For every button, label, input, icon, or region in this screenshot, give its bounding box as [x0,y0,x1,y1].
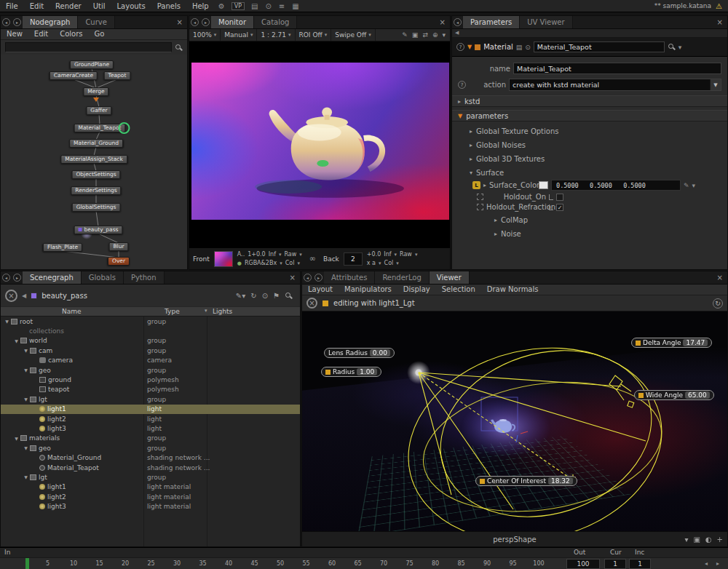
group-noise[interactable]: ▸ Noise [452,227,727,241]
front-catalog[interactable]: A.. [237,251,245,258]
menubar-item-util[interactable]: Util [87,1,111,11]
edit-icon[interactable]: ✎▾ [236,292,245,300]
help-icon[interactable]: ? [456,43,464,51]
action-select[interactable]: create with kstd material ▼ [509,79,721,91]
node-groundplane[interactable]: GroundPlane [70,60,114,69]
scenegraph-row-light2[interactable]: light2light [1,414,300,423]
menubar-item-panels[interactable]: Panels [151,1,186,11]
gear-icon[interactable]: ⚙ [215,2,229,10]
tab-nodegraph[interactable]: Nodegraph [23,16,78,28]
working-set-icon[interactable]: × [306,298,317,309]
refresh-icon[interactable]: ↻ [250,292,256,300]
default-state-icon[interactable] [477,204,483,210]
menubar-item-render[interactable]: Render [50,1,87,11]
shading-icon[interactable]: ◐ [705,536,712,544]
tab-python[interactable]: Python [124,271,165,284]
current-frame-field[interactable]: 1 [604,559,626,569]
default-state-icon[interactable] [477,194,483,200]
pane-menu-icon[interactable]: ▸ [13,18,21,26]
front-gamma[interactable]: Inf [269,251,276,258]
pane-split-icon[interactable]: ◂ [2,274,10,282]
group-global-noises[interactable]: ▸ Global Noises [452,138,727,152]
pin-icon[interactable]: ⊙ [525,44,531,51]
node-cameracreate[interactable]: CameraCreate [50,71,98,80]
column-lights[interactable]: Lights [213,308,232,315]
group-surface[interactable]: ▾ Surface [452,166,727,180]
front-channels[interactable]: RGBA&2Bx [245,260,277,266]
back-gamma[interactable]: Inf [384,251,391,258]
expander-icon[interactable]: ▼ [13,436,20,441]
node-teapot[interactable]: Teapot [104,71,131,80]
options-icon[interactable]: ▾ [442,31,446,39]
search-icon[interactable] [285,292,293,300]
expander-icon[interactable]: ▼ [4,319,10,324]
holdout-refractions-checkbox[interactable]: ✓ [556,204,563,211]
delta-angle-manipulator[interactable]: Delta Angle 17.47 [631,338,712,348]
monitor-viewport[interactable] [189,41,450,247]
back-display-mode[interactable]: Col [384,260,394,266]
scenegraph-row-lgt[interactable]: ▼lgtgroup [1,394,300,404]
zoom-select[interactable]: 100%▾ [189,29,221,41]
tab-curve[interactable]: Curve [78,16,115,28]
front-display-mode[interactable]: Col [285,260,295,266]
frame-ruler[interactable]: 100 1 1 ◂ ▸ 5101520253035404550556065707… [0,557,728,569]
expander-icon[interactable]: ▼ [23,348,29,353]
vp-toggle[interactable]: VP [232,2,245,10]
node-merge[interactable]: Merge [83,87,108,96]
name-input[interactable] [513,63,721,74]
layer-icon[interactable]: ▣ [693,536,700,544]
back-exposure[interactable]: +0.0 [367,251,381,258]
close-icon[interactable]: × [285,271,300,284]
close-icon[interactable]: × [173,16,187,28]
tab-catalog[interactable]: Catalog [254,16,297,28]
warning-icon[interactable]: ⚠ [711,2,728,10]
scenegraph-row-light1[interactable]: light1light material [1,482,300,492]
viewer-menu-display[interactable]: Display [397,284,436,295]
camera-name-label[interactable]: perspShape [493,536,536,544]
node-rendersettings[interactable]: RenderSettings [71,186,121,195]
node-blur[interactable]: Blur [108,242,128,251]
back-view-transform[interactable]: Raw [400,251,412,258]
power-icon[interactable]: ⊙ [261,2,274,10]
ratio-select[interactable]: 1 : 2.71▾ [257,29,295,41]
pane-split-icon[interactable]: ◂ [191,18,199,26]
section-parameters[interactable]: ▼ parameters [452,110,727,122]
out-frame-field[interactable]: 100 [566,559,600,569]
close-icon[interactable]: × [713,271,727,284]
expander-icon[interactable]: ▼ [23,474,29,480]
viewer-menu-draw-normals[interactable]: Draw Normals [481,284,545,295]
tab-scenegraph[interactable]: Scenegraph [23,271,82,284]
scenegraph-row-light3[interactable]: light3light [1,423,300,433]
swipe-select[interactable]: Swipe Off▾ [331,29,376,41]
tab-parameters[interactable]: Parameters [463,16,520,28]
compare-icon[interactable]: ▣ [412,31,419,39]
expander-icon[interactable]: ▼ [23,397,29,402]
node-objectsettings[interactable]: ObjectSettings [71,170,120,179]
section-kstd[interactable]: ▸ kstd [452,95,727,107]
node-options-icon[interactable]: ▾ [678,44,682,51]
current-frame-cursor[interactable] [25,558,29,569]
node-globalsettings[interactable]: GlobalSettings [72,203,121,212]
scenegraph-row-material-ground[interactable]: Material_Groundshading network ... [1,453,300,462]
step-forward-icon[interactable]: ▸ [716,560,719,567]
front-thumbnail[interactable] [214,251,233,267]
scenegraph-row-geo[interactable]: ▼geogroup [1,443,300,453]
render-icon[interactable]: ▦ [288,2,302,10]
close-icon[interactable]: × [435,16,450,28]
tab-renderlog[interactable]: RenderLog [375,271,429,284]
scenegraph-tree[interactable]: ▼rootgroupcollections▼worldgroup▼camgrou… [1,317,300,546]
node-beauty-pass[interactable]: beauty_pass [74,226,122,234]
node-over[interactable]: Over [108,257,130,266]
group-global-3d-textures[interactable]: ▸ Global 3D Textures [452,152,727,166]
group-colmap[interactable]: ▸ ColMap [452,213,727,227]
node-name-input[interactable] [534,41,665,52]
scenegraph-row-light2[interactable]: light2light material [1,492,300,501]
nodegraph-menu-new[interactable]: New [1,29,28,39]
back-buffer-field[interactable]: 2 [344,252,363,266]
scenegraph-row-teapot[interactable]: teapotpolymesh [1,385,300,394]
node-gaffer[interactable]: Gaffer [86,106,111,115]
eyedropper-icon[interactable]: ✎ [684,182,689,189]
nodegraph-menu-colors[interactable]: Colors [54,29,88,39]
panels-icon[interactable]: ▤ [248,2,261,10]
back-icon[interactable]: ◀ [22,293,26,299]
